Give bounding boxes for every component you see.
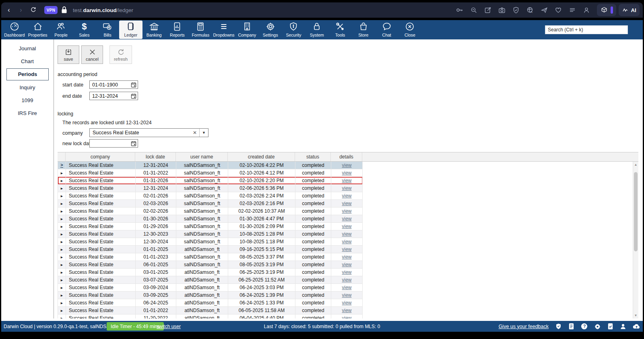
row-expand-icon[interactable]: ▶: [61, 225, 63, 228]
gear-icon[interactable]: [594, 323, 601, 330]
table-row[interactable]: ▶ Success Real Estate 06-24-2025 atlNDSa…: [58, 299, 363, 307]
table-row[interactable]: ▶ Success Real Estate 03-01-2025 atlNDSa…: [58, 269, 363, 276]
table-row[interactable]: ▶ Success Real Estate 02-02-2026 salNDSa…: [58, 208, 363, 215]
row-expand-icon[interactable]: ▶: [61, 240, 63, 243]
ribbon-item-dashboard[interactable]: Dashboard: [3, 21, 26, 39]
compose-icon[interactable]: [484, 6, 492, 14]
company-combobox[interactable]: Success Real Estate ✕ ▼: [89, 128, 208, 137]
table-row[interactable]: ▶ Success Real Estate 01-31-2026 salNDSa…: [58, 177, 363, 185]
table-row[interactable]: ▶ Success Real Estate 01-01-2025 atlNDSa…: [58, 246, 363, 253]
clear-icon[interactable]: ✕: [190, 130, 199, 136]
row-expand-icon[interactable]: ▶: [61, 195, 63, 197]
row-expand-icon[interactable]: ▶: [61, 317, 63, 319]
view-link[interactable]: view: [342, 193, 351, 199]
calendar-icon[interactable]: [130, 141, 138, 146]
sidebar-item-journal[interactable]: Journal: [1, 43, 54, 54]
send-icon[interactable]: [540, 6, 548, 14]
shield-check-icon[interactable]: [555, 323, 562, 330]
view-link[interactable]: view: [342, 178, 351, 183]
view-link[interactable]: view: [342, 262, 351, 267]
start-date-field[interactable]: [89, 80, 138, 89]
help-icon[interactable]: ?: [581, 323, 588, 330]
row-expand-icon[interactable]: ▶: [61, 271, 63, 274]
row-expand-icon[interactable]: ▶: [61, 263, 63, 266]
row-expand-icon[interactable]: ▶: [61, 286, 63, 289]
row-expand-icon[interactable]: ▶: [61, 279, 63, 281]
row-expand-icon[interactable]: ▶: [61, 210, 63, 213]
view-link[interactable]: view: [342, 254, 351, 260]
ribbon-item-tools[interactable]: Tools: [328, 21, 352, 39]
sidebar-item-inquiry[interactable]: Inquiry: [1, 82, 54, 93]
view-link[interactable]: view: [342, 247, 351, 252]
view-link[interactable]: view: [342, 269, 351, 275]
extension-ai[interactable]: AI: [619, 4, 640, 16]
ribbon-item-close[interactable]: Close: [398, 21, 422, 39]
view-link[interactable]: view: [342, 285, 351, 290]
view-link[interactable]: view: [342, 224, 351, 229]
ribbon-item-formulas[interactable]: Formulas: [189, 21, 212, 39]
view-link[interactable]: view: [342, 216, 351, 222]
ribbon-item-ledger[interactable]: Ledger: [119, 21, 142, 39]
ribbon-item-system[interactable]: System: [305, 21, 328, 39]
view-link[interactable]: view: [342, 315, 351, 318]
padlock-secure-icon[interactable]: [61, 6, 67, 15]
ribbon-item-security[interactable]: Security: [282, 21, 305, 39]
extension-cube[interactable]: [597, 4, 616, 16]
view-link[interactable]: view: [342, 162, 351, 168]
cloud-upload-icon[interactable]: [633, 323, 640, 329]
key-icon[interactable]: [456, 6, 464, 14]
calendar-icon[interactable]: [130, 93, 138, 99]
ribbon-item-bills[interactable]: $ Bills: [96, 21, 119, 39]
ribbon-item-reports[interactable]: Reports: [166, 21, 189, 39]
column-header-status[interactable]: status: [295, 152, 331, 161]
view-link[interactable]: view: [342, 300, 351, 306]
forward-icon[interactable]: ›: [15, 6, 27, 14]
zoom-out-icon[interactable]: [470, 6, 478, 14]
table-row[interactable]: ▶ Success Real Estate 06-01-2025 salNDSa…: [58, 261, 363, 269]
table-row[interactable]: ▶ Success Real Estate 02-03-2026 salNDSa…: [58, 200, 363, 208]
table-row[interactable]: ▶ Success Real Estate 01-29-2026 salNDSa…: [58, 223, 363, 230]
view-link[interactable]: view: [342, 170, 351, 176]
row-expand-icon[interactable]: ▶: [61, 256, 63, 259]
table-row[interactable]: ▶ Success Real Estate 02-01-2026 salNDSa…: [58, 192, 363, 200]
tasks-check-icon[interactable]: [607, 323, 613, 330]
feedback-link[interactable]: Give us your feedback: [499, 324, 549, 329]
column-header-user-name[interactable]: user name: [176, 152, 228, 161]
view-link[interactable]: view: [342, 231, 351, 237]
end-date-field[interactable]: [89, 92, 138, 100]
scroll-down-icon[interactable]: ▼: [633, 314, 638, 317]
table-row[interactable]: ▶ Success Real Estate 12-30-2023 salNDSa…: [58, 230, 363, 238]
save-button[interactable]: save: [58, 45, 79, 64]
ribbon-item-store[interactable]: Store: [352, 21, 375, 39]
sidebar-item-irs-fire[interactable]: IRS Fire: [1, 108, 54, 119]
sidebar-item-periods[interactable]: Periods: [6, 68, 49, 80]
scroll-up-icon[interactable]: ▲: [633, 163, 638, 166]
table-row[interactable]: ▶ Success Real Estate 01-30-2026 salNDSa…: [58, 215, 363, 223]
row-expand-icon[interactable]: ▶: [61, 202, 63, 205]
back-icon[interactable]: ‹: [3, 6, 15, 14]
row-expand-icon[interactable]: ▶: [61, 309, 63, 312]
table-row[interactable]: ▶ Success Real Estate 12-30-2024 salNDSa…: [58, 238, 363, 246]
ribbon-item-banking[interactable]: Banking: [142, 21, 166, 39]
table-row[interactable]: ▶ Success Real Estate 12-31-2024 salNDSa…: [58, 185, 363, 192]
table-row[interactable]: ▶ Success Real Estate 01-31-2022 salNDSa…: [58, 169, 363, 177]
table-row[interactable]: ▶ Success Real Estate 01-01-2023 salNDSa…: [58, 253, 363, 261]
start-date-input[interactable]: [90, 82, 130, 88]
translate-icon[interactable]: A: [526, 6, 534, 14]
column-header-lock-date[interactable]: lock date: [135, 152, 176, 161]
camera-icon[interactable]: [498, 6, 506, 14]
scrollbar-thumb[interactable]: [634, 172, 638, 251]
profile-icon[interactable]: [582, 6, 590, 14]
ribbon-item-settings[interactable]: Settings: [259, 21, 282, 39]
user-icon[interactable]: [620, 323, 626, 330]
reload-icon[interactable]: [27, 6, 39, 14]
view-link[interactable]: view: [342, 277, 351, 283]
table-row[interactable]: ▶ Success Real Estate 03-09-2025 atlNDSa…: [58, 292, 363, 299]
table-row[interactable]: > Success Real Estate 12-31-2024 salNDSa…: [58, 162, 363, 169]
ribbon-item-people[interactable]: People: [50, 21, 73, 39]
view-link[interactable]: view: [342, 292, 351, 298]
notes-icon[interactable]: [568, 323, 574, 330]
view-link[interactable]: view: [342, 308, 351, 313]
ribbon-item-dropdowns[interactable]: Dropdowns: [212, 21, 235, 39]
address-bar[interactable]: test.darwin.cloud/ledger: [73, 2, 133, 18]
